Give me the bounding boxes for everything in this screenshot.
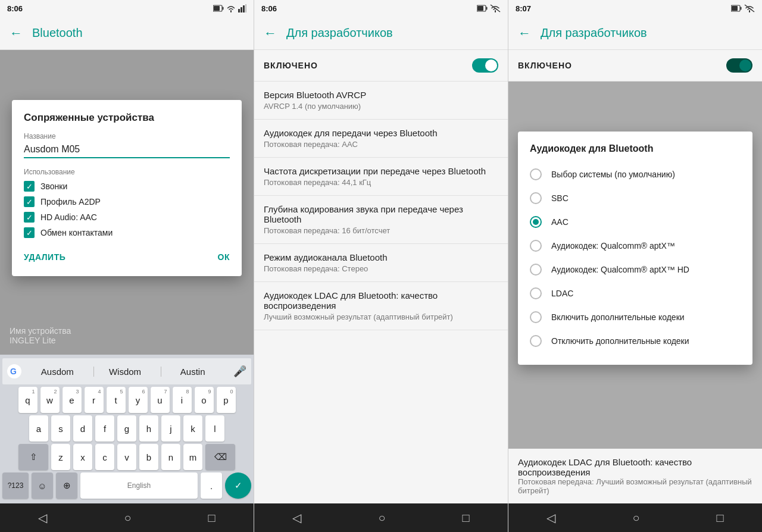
setting-bit-depth[interactable]: Глубина кодирования звука при передаче ч… [254, 196, 508, 244]
svg-rect-14 [741, 7, 742, 10]
key-symbols[interactable]: ?123 [2, 472, 29, 499]
radio-option-aptxhd[interactable]: Аудиокодек: Qualcomm® aptX™ HD [518, 258, 752, 281]
nav-back-3[interactable]: ◁ [546, 511, 555, 525]
radio-option-aptx[interactable]: Аудиокодек: Qualcomm® aptX™ [518, 234, 752, 258]
svg-rect-1 [223, 7, 224, 10]
key-language[interactable]: ⊕ [56, 472, 77, 499]
key-f[interactable]: f [95, 415, 114, 442]
checkbox-a2dp[interactable]: Профиль A2DP [24, 196, 230, 207]
setting-codec-title: Аудиокодек для передачи через Bluetooth [264, 128, 498, 138]
key-q[interactable]: q1 [18, 387, 38, 413]
suggestion-2[interactable]: Wisdom [93, 367, 157, 377]
key-z[interactable]: z [51, 444, 70, 470]
setting-codec[interactable]: Аудиокодек для передачи через Bluetooth … [254, 120, 508, 158]
status-time-3: 8:07 [516, 4, 531, 13]
key-enter[interactable]: ✓ [225, 472, 251, 499]
key-d[interactable]: d [73, 415, 92, 442]
key-a[interactable]: a [29, 415, 48, 442]
status-bar-1: 8:06 [0, 0, 254, 17]
nav-recents-3[interactable]: □ [716, 511, 723, 525]
key-r[interactable]: r4 [85, 387, 104, 413]
status-bar-2: 8:06 [254, 0, 508, 17]
ok-button[interactable]: ОК [218, 250, 230, 264]
setting-sample-rate[interactable]: Частота дискретизации при передаче через… [254, 158, 508, 196]
key-space[interactable]: English [80, 472, 198, 499]
nav-back-1[interactable]: ◁ [38, 511, 47, 525]
key-n[interactable]: n [161, 444, 180, 470]
nav-home-3[interactable]: ○ [632, 511, 639, 525]
back-button-3[interactable]: ← [518, 26, 531, 41]
key-y[interactable]: y6 [129, 387, 148, 413]
key-u[interactable]: u7 [151, 387, 170, 413]
key-i[interactable]: i8 [173, 387, 192, 413]
checkbox-a2dp-label: Профиль A2DP [40, 197, 101, 206]
app-bar-1: ← Bluetooth [0, 17, 254, 50]
key-t[interactable]: t5 [107, 387, 126, 413]
key-m[interactable]: m [183, 444, 202, 470]
radio-circle-aac [530, 216, 542, 228]
radio-option-sbc[interactable]: SBC [518, 186, 752, 210]
nav-recents-1[interactable]: □ [208, 511, 215, 525]
nav-home-1[interactable]: ○ [124, 511, 131, 525]
suggestion-3[interactable]: Austin [161, 367, 224, 377]
signal-icon-1 [238, 4, 246, 12]
paired-device-dialog: Сопряженные устройства Название Использо… [12, 100, 242, 276]
back-button-1[interactable]: ← [10, 26, 23, 41]
setting-avrcp[interactable]: Версия Bluetooth AVRCP AVRCP 1.4 (по умо… [254, 82, 508, 120]
toggle-switch-3[interactable] [726, 58, 752, 73]
dialog-title: Сопряженные устройства [24, 112, 230, 124]
checkbox-calls[interactable]: Звонки [24, 181, 230, 192]
toggle-section-2[interactable]: ВКЛЮЧЕНО [254, 50, 508, 82]
nav-home-2[interactable]: ○ [378, 511, 385, 525]
key-j[interactable]: j [161, 415, 180, 442]
radio-circle-system [530, 168, 542, 180]
key-e[interactable]: e3 [63, 387, 82, 413]
radio-option-disable-extra[interactable]: Отключить дополнительные кодеки [518, 329, 752, 353]
radio-option-aac[interactable]: AAC [518, 210, 752, 234]
setting-ldac[interactable]: Аудиокодек LDAC для Bluetooth: качество … [254, 282, 508, 330]
checkbox-hd-audio[interactable]: HD Audio: AAC [24, 212, 230, 223]
radio-label-aac: AAC [551, 217, 569, 227]
key-h[interactable]: h [139, 415, 158, 442]
delete-button[interactable]: УДАЛИТЬ [24, 250, 65, 264]
svg-rect-11 [477, 6, 483, 11]
status-icons-2 [477, 4, 501, 12]
toggle-section-3[interactable]: ВКЛЮЧЕНО [508, 50, 762, 82]
nav-recents-2[interactable]: □ [462, 511, 469, 525]
key-w[interactable]: w2 [40, 387, 60, 413]
key-x[interactable]: x [73, 444, 92, 470]
checkbox-contacts[interactable]: Обмен контактами [24, 227, 230, 238]
key-v[interactable]: v [117, 444, 136, 470]
mic-icon[interactable]: 🎤 [233, 365, 246, 378]
codec-radio-dialog: Аудиокодек для Bluetooth Выбор системы (… [518, 132, 752, 365]
key-o[interactable]: o9 [195, 387, 214, 413]
setting-channel[interactable]: Режим аудиоканала Bluetooth Потоковая пе… [254, 244, 508, 282]
device-name-section: Имя устройства INGLEY Lite [10, 326, 71, 345]
key-backspace[interactable]: ⌫ [205, 444, 235, 470]
key-emoji[interactable]: ☺ [32, 472, 53, 499]
key-p[interactable]: p0 [217, 387, 236, 413]
radio-option-enable-extra[interactable]: Включить дополнительные кодеки [518, 305, 752, 329]
key-dot[interactable]: . [201, 472, 222, 499]
battery-icon-1 [213, 5, 224, 12]
device-name-input[interactable] [24, 143, 230, 158]
nav-back-2[interactable]: ◁ [292, 511, 301, 525]
key-k[interactable]: k [183, 415, 202, 442]
radio-label-system: Выбор системы (по умолчанию) [551, 170, 675, 179]
battery-icon-3 [731, 5, 742, 12]
toggle-switch-2[interactable] [472, 58, 498, 73]
key-l[interactable]: l [205, 415, 224, 442]
app-bar-2: ← Для разработчиков [254, 17, 508, 50]
suggestion-1[interactable]: Ausdom [26, 367, 89, 377]
app-bar-3: ← Для разработчиков [508, 17, 762, 50]
radio-option-ldac[interactable]: LDAC [518, 281, 752, 305]
key-b[interactable]: b [139, 444, 158, 470]
svg-rect-4 [241, 7, 242, 12]
key-g[interactable]: g [117, 415, 136, 442]
key-shift[interactable]: ⇧ [18, 444, 48, 470]
back-button-2[interactable]: ← [264, 26, 277, 41]
radio-option-system[interactable]: Выбор системы (по умолчанию) [518, 162, 752, 186]
key-c[interactable]: c [95, 444, 114, 470]
key-s[interactable]: s [51, 415, 70, 442]
panel-bluetooth: 8:06 ← Bluetooth [0, 0, 254, 532]
